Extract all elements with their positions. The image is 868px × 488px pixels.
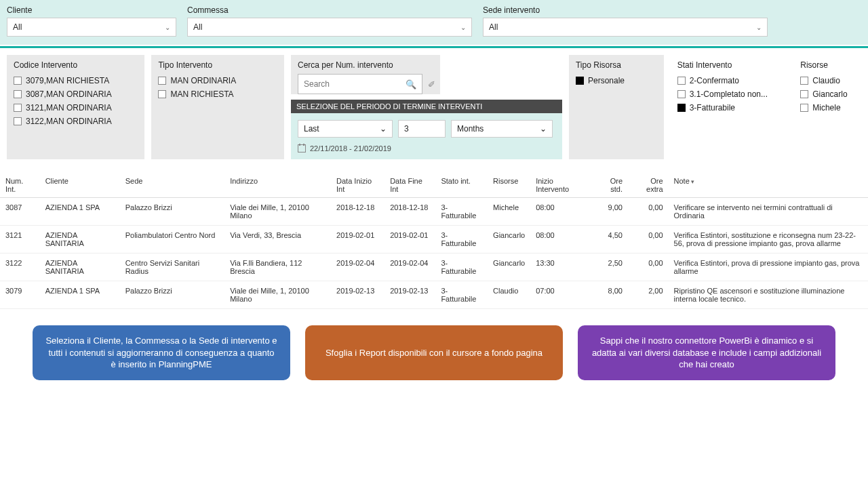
filter-cliente-dropdown[interactable]: All ⌄ (7, 18, 176, 37)
panel-search: Cerca per Num. intervento 🔍 ✐ (291, 55, 440, 94)
table-cell: Palazzo Brizzi (120, 281, 225, 309)
table-cell: 3-Fatturabile (435, 226, 488, 253)
filter-commessa-dropdown[interactable]: All ⌄ (187, 18, 472, 37)
table-cell: 2019-02-01 (384, 226, 435, 253)
table-cell: Ripristino QE ascensori e sostituzione i… (669, 281, 868, 309)
checkbox-label: Personale (588, 74, 625, 87)
panel-title: Tipo Intervento (158, 60, 277, 70)
checkbox-item[interactable]: 3-Fatturabile (677, 101, 781, 115)
table-cell: Giancarlo (488, 226, 530, 253)
table-cell: 2018-12-18 (384, 198, 435, 226)
callout-blue: Seleziona il Cliente, la Commessa o la S… (33, 325, 290, 380)
table-cell: 8,00 (592, 281, 628, 309)
table-row[interactable]: 3121AZIENDA SANITARIAPoliambulatori Cent… (0, 226, 868, 253)
checkbox-icon (158, 90, 166, 98)
period-mode-dropdown[interactable]: Last ⌄ (298, 120, 393, 138)
table-cell: 3121 (0, 226, 40, 253)
checkbox-icon (800, 104, 808, 112)
callout-text: Sappi che il nostro connettore PowerBi è… (590, 335, 823, 371)
column-header[interactable]: Data Fine Int (384, 173, 435, 198)
table-cell: 0,00 (628, 226, 669, 253)
column-header[interactable]: Cliente (40, 173, 120, 198)
table-header-row: Num. Int.ClienteSedeIndirizzoData Inizio… (0, 173, 868, 198)
column-header[interactable]: Indirizzo (224, 173, 331, 198)
checkbox-icon (14, 90, 22, 98)
top-filter-bar: Cliente All ⌄ Commessa All ⌄ Sede interv… (0, 0, 868, 45)
column-header[interactable]: Note (669, 173, 868, 198)
period-count-value: 3 (404, 124, 409, 134)
checkbox-item[interactable]: 3087,MAN ORDINARIA (14, 87, 138, 101)
search-box[interactable]: 🔍 (298, 74, 422, 94)
table-cell: Poliambulatori Centro Nord (120, 226, 225, 253)
checkbox-item[interactable]: 3122,MAN ORDINARIA (14, 115, 138, 128)
separator-bar (0, 46, 868, 48)
table-cell: 3079 (0, 281, 40, 309)
period-count-input[interactable]: 3 (398, 120, 446, 138)
column-header[interactable]: Data Inizio Int (331, 173, 384, 198)
checkbox-item[interactable]: MAN ORDINARIA (158, 74, 277, 87)
table-row[interactable]: 3079AZIENDA 1 SPAPalazzo BrizziViale dei… (0, 281, 868, 309)
table-cell: AZIENDA 1 SPA (40, 198, 120, 226)
checkbox-item[interactable]: 3.1-Completato non... (677, 87, 781, 101)
checkbox-label: Giancarlo (812, 87, 847, 101)
table-cell: 08:00 (530, 198, 592, 226)
column-header[interactable]: Ore std. (592, 173, 628, 198)
table-cell: 0,00 (628, 253, 669, 281)
table-cell: 2018-12-18 (331, 198, 384, 226)
checkbox-item[interactable]: 3121,MAN ORDINARIA (14, 101, 138, 115)
checkbox-label: 3122,MAN ORDINARIA (26, 115, 112, 128)
checkbox-item[interactable]: MAN RICHIESTA (158, 87, 277, 101)
panel-title: Stati Intervento (677, 60, 781, 70)
period-unit-dropdown[interactable]: Months ⌄ (451, 120, 553, 138)
checkbox-label: 3-Fatturabile (690, 101, 735, 115)
period-unit-value: Months (457, 124, 484, 134)
column-header[interactable]: Inizio Intervento (530, 173, 592, 198)
checkbox-label: 3079,MAN RICHIESTA (26, 74, 109, 87)
period-date-range: 22/11/2018 - 21/02/2019 (298, 144, 555, 152)
period-mode-value: Last (304, 124, 319, 134)
column-header[interactable]: Stato int. (435, 173, 488, 198)
table-cell: 3-Fatturabile (435, 253, 488, 281)
table-cell: Via F.lli Bandiera, 112 Brescia (224, 253, 331, 281)
eraser-icon[interactable]: ✐ (428, 79, 435, 89)
table-cell: 3-Fatturabile (435, 198, 488, 226)
period-header: SELEZIONE DEL PERIODO DI TERMINE INTERVE… (291, 100, 562, 113)
checkbox-icon (14, 77, 22, 85)
checkbox-item[interactable]: Personale (576, 74, 657, 87)
checkbox-icon (14, 117, 22, 125)
table-cell: Palazzo Brizzi (120, 198, 225, 226)
checkbox-item[interactable]: Claudio (800, 74, 854, 87)
chevron-down-icon: ⌄ (165, 24, 170, 31)
table-cell: Giancarlo (488, 253, 530, 281)
checkbox-item[interactable]: Giancarlo (800, 87, 854, 101)
table-cell: 2,50 (592, 253, 628, 281)
table-cell: 2019-02-04 (384, 253, 435, 281)
panel-tipo-risorsa: Tipo Risorsa Personale (569, 55, 664, 159)
filter-panels: Codice Intervento 3079,MAN RICHIESTA3087… (0, 55, 868, 163)
table-cell: 3-Fatturabile (435, 281, 488, 309)
checkbox-item[interactable]: 2-Confermato (677, 74, 781, 87)
checkbox-label: 3121,MAN ORDINARIA (26, 101, 112, 115)
search-input[interactable] (304, 79, 406, 89)
table-cell: 3122 (0, 253, 40, 281)
checkbox-label: 3.1-Completato non... (690, 87, 768, 101)
checkbox-item[interactable]: 3079,MAN RICHIESTA (14, 74, 138, 87)
column-header[interactable]: Ore extra (628, 173, 669, 198)
filter-sede-value: All (489, 22, 498, 32)
table-cell: Viale dei Mille, 1, 20100 Milano (224, 198, 331, 226)
table-cell: 2019-02-13 (384, 281, 435, 309)
checkbox-icon (14, 104, 22, 112)
column-header[interactable]: Risorse (488, 173, 530, 198)
table-cell: 3087 (0, 198, 40, 226)
checkbox-item[interactable]: Michele (800, 101, 854, 115)
table-cell: Via Verdi, 33, Brescia (224, 226, 331, 253)
callout-purple: Sappi che il nostro connettore PowerBi è… (578, 325, 835, 380)
checkbox-label: MAN RICHIESTA (170, 87, 233, 101)
column-header[interactable]: Num. Int. (0, 173, 40, 198)
table-row[interactable]: 3122AZIENDA SANITARIACentro Servizi Sani… (0, 253, 868, 281)
table-row[interactable]: 3087AZIENDA 1 SPAPalazzo BrizziViale dei… (0, 198, 868, 226)
checkbox-label: MAN ORDINARIA (170, 74, 236, 87)
column-header[interactable]: Sede (120, 173, 225, 198)
filter-sede-dropdown[interactable]: All ⌄ (483, 18, 768, 37)
checkbox-icon (576, 77, 584, 85)
